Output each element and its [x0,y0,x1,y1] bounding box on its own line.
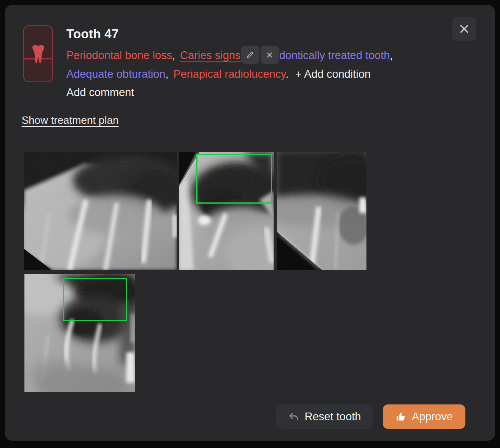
separator: , [172,49,175,61]
xray-image-1 [24,152,177,270]
conditions-line-1: Periodontal bone loss,Caries signsdontic… [66,46,476,65]
condition-endodontically-treated-tooth-partial[interactable]: dontically treated tooth [279,49,390,61]
xray-thumbnail-2[interactable] [179,152,274,270]
xray-image-3 [277,152,366,270]
xray-gallery [24,152,366,392]
delete-icon [265,51,274,59]
conditions-list: Periodontal bone loss,Caries signsdontic… [66,46,476,102]
xray-thumbnail-3[interactable] [277,152,366,270]
molar-tooth-icon [29,42,47,67]
delete-condition-button[interactable] [261,46,279,64]
xray-row-2 [24,274,366,392]
header: Tooth 47 Periodontal bone loss,Caries si… [66,27,476,102]
add-comment-button[interactable]: Add comment [66,86,134,99]
annotation-box [63,278,127,321]
add-condition-button[interactable]: + Add condition [295,68,371,80]
tooth-status-card [23,25,53,82]
annotation-box [196,154,272,204]
pencil-icon [246,51,254,59]
reset-tooth-label: Reset tooth [305,411,361,423]
tooth-detail-modal: Tooth 47 Periodontal bone loss,Caries si… [5,5,495,441]
condition-caries-signs-selected[interactable]: Caries signs [180,49,241,61]
condition-periodontal-bone-loss[interactable]: Periodontal bone loss [66,49,172,61]
conditions-line-3: Add comment [66,83,476,102]
approve-label: Approve [412,411,453,423]
condition-edit-popup [241,46,279,64]
xray-thumbnail-1[interactable] [24,152,177,270]
xray-row-1 [24,152,366,270]
thumbs-up-icon [395,411,406,422]
conditions-line-2: Adequate obturation,Periapical radioluce… [66,65,476,83]
condition-adequate-obturation[interactable]: Adequate obturation [66,68,165,80]
undo-icon [288,411,299,422]
condition-periapical-radiolucency[interactable]: Periapical radiolucency [173,68,286,80]
separator: . [285,68,289,80]
xray-thumbnail-4[interactable] [24,274,135,392]
footer-actions: Reset tooth Approve [276,404,465,429]
reset-tooth-button[interactable]: Reset tooth [276,404,373,429]
separator: , [165,68,169,80]
show-treatment-plan-link[interactable]: Show treatment plan [22,114,118,127]
approve-button[interactable]: Approve [383,404,465,429]
separator: , [390,49,393,61]
edit-condition-button[interactable] [241,46,259,64]
page-title: Tooth 47 [66,27,476,42]
